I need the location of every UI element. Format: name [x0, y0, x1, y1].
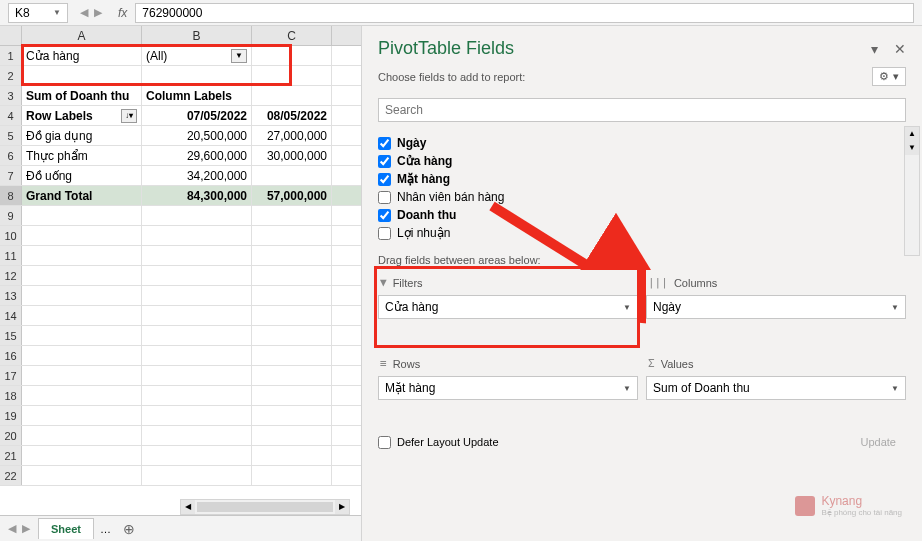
fx-icon[interactable]: fx: [110, 6, 135, 20]
cell[interactable]: Đồ gia dụng: [22, 126, 142, 145]
field-item[interactable]: Ngày: [378, 134, 906, 152]
row-header[interactable]: 21: [0, 446, 22, 465]
cell[interactable]: Row Labels↓▾: [22, 106, 142, 125]
area-field-dropdown[interactable]: Sum of Doanh thu▼: [646, 376, 906, 400]
add-sheet-button[interactable]: ⊕: [117, 521, 141, 537]
close-icon[interactable]: ✕: [894, 41, 906, 57]
row-header[interactable]: 14: [0, 306, 22, 325]
cell[interactable]: 30,000,000: [252, 146, 332, 165]
formula-nav: ◀▶: [72, 6, 110, 19]
row-header[interactable]: 22: [0, 466, 22, 485]
columns-icon: |||: [648, 276, 668, 289]
rows-icon: ≡: [380, 357, 387, 370]
area-filters[interactable]: ▼Filters Cửa hàng▼: [378, 270, 638, 343]
field-checkbox[interactable]: [378, 173, 391, 186]
field-label: Cửa hàng: [397, 154, 452, 168]
area-field-dropdown[interactable]: Ngày▼: [646, 295, 906, 319]
cell[interactable]: 84,300,000: [142, 186, 252, 205]
search-input[interactable]: [378, 98, 906, 122]
area-field-dropdown[interactable]: Mặt hàng▼: [378, 376, 638, 400]
field-scrollbar[interactable]: ▲▼: [904, 126, 920, 256]
filter-dropdown-icon[interactable]: ▼: [231, 49, 247, 63]
field-list: ▲▼ NgàyCửa hàngMặt hàngNhân viên bán hàn…: [362, 126, 922, 250]
cell[interactable]: Column Labels▼: [142, 86, 252, 105]
row-header[interactable]: 17: [0, 366, 22, 385]
cell[interactable]: (All)▼: [142, 46, 252, 65]
cell[interactable]: 29,600,000: [142, 146, 252, 165]
pane-subtitle: Choose fields to add to report:: [378, 71, 525, 83]
column-header[interactable]: A: [22, 26, 142, 45]
area-rows[interactable]: ≡Rows Mặt hàng▼: [378, 351, 638, 424]
pivot-fields-pane: PivotTable Fields ▾ ✕ Choose fields to a…: [362, 26, 922, 541]
filter-dropdown-icon[interactable]: ↓▾: [121, 109, 137, 123]
row-header[interactable]: 8: [0, 186, 22, 205]
cell[interactable]: 08/05/2022: [252, 106, 332, 125]
cell[interactable]: Đồ uống: [22, 166, 142, 185]
update-button: Update: [851, 432, 906, 452]
cell[interactable]: [252, 46, 332, 65]
field-label: Lợi nhuận: [397, 226, 450, 240]
row-header[interactable]: 1: [0, 46, 22, 65]
field-checkbox[interactable]: [378, 209, 391, 222]
gear-button[interactable]: ⚙▾: [872, 67, 906, 86]
cell[interactable]: 20,500,000: [142, 126, 252, 145]
cell[interactable]: Thực phẩm: [22, 146, 142, 165]
field-item[interactable]: Lợi nhuận: [378, 224, 906, 242]
watermark: KynangBệ phóng cho tài năng: [795, 494, 902, 517]
row-header[interactable]: 3: [0, 86, 22, 105]
field-label: Doanh thu: [397, 208, 456, 222]
field-item[interactable]: Mặt hàng: [378, 170, 906, 188]
sheet-tab[interactable]: Sheet: [38, 518, 94, 539]
field-label: Nhân viên bán hàng: [397, 190, 504, 204]
field-item[interactable]: Doanh thu: [378, 206, 906, 224]
field-checkbox[interactable]: [378, 227, 391, 240]
dropdown-icon[interactable]: ▾: [871, 41, 878, 57]
column-header[interactable]: B: [142, 26, 252, 45]
row-header[interactable]: 15: [0, 326, 22, 345]
worksheet[interactable]: A B C 1 Cửa hàng (All)▼ 2 3 Sum of Doanh…: [0, 26, 362, 541]
cell[interactable]: Cửa hàng: [22, 46, 142, 65]
row-header[interactable]: 7: [0, 166, 22, 185]
cell[interactable]: [252, 86, 332, 105]
sheet-nav[interactable]: ◀▶: [0, 522, 38, 535]
row-header[interactable]: 10: [0, 226, 22, 245]
row-header[interactable]: 13: [0, 286, 22, 305]
row-header[interactable]: 4: [0, 106, 22, 125]
cell[interactable]: Grand Total: [22, 186, 142, 205]
row-header[interactable]: 20: [0, 426, 22, 445]
pane-title: PivotTable Fields: [378, 38, 514, 59]
cell[interactable]: Sum of Doanh thu: [22, 86, 142, 105]
sheet-tab-more[interactable]: …: [94, 519, 117, 539]
column-header[interactable]: C: [252, 26, 332, 45]
row-header[interactable]: 5: [0, 126, 22, 145]
field-item[interactable]: Nhân viên bán hàng: [378, 188, 906, 206]
cell[interactable]: 07/05/2022: [142, 106, 252, 125]
row-header[interactable]: 18: [0, 386, 22, 405]
row-header[interactable]: 12: [0, 266, 22, 285]
horizontal-scrollbar[interactable]: ◀▶: [180, 499, 350, 515]
defer-update-checkbox[interactable]: Defer Layout Update: [378, 436, 499, 449]
field-checkbox[interactable]: [378, 155, 391, 168]
row-header[interactable]: 19: [0, 406, 22, 425]
cell[interactable]: 57,000,000: [252, 186, 332, 205]
cell[interactable]: [252, 166, 332, 185]
gear-icon: ⚙: [879, 70, 889, 83]
field-checkbox[interactable]: [378, 191, 391, 204]
row-header[interactable]: 9: [0, 206, 22, 225]
select-all-corner[interactable]: [0, 26, 22, 45]
row-header[interactable]: 11: [0, 246, 22, 265]
drag-label: Drag fields between areas below:: [362, 250, 922, 270]
cell[interactable]: 34,200,000: [142, 166, 252, 185]
area-field-dropdown[interactable]: Cửa hàng▼: [378, 295, 638, 319]
formula-bar[interactable]: 762900000: [135, 3, 914, 23]
area-values[interactable]: ΣValues Sum of Doanh thu▼: [646, 351, 906, 424]
field-checkbox[interactable]: [378, 137, 391, 150]
area-columns[interactable]: |||Columns Ngày▼: [646, 270, 906, 343]
row-header[interactable]: 6: [0, 146, 22, 165]
cell[interactable]: 27,000,000: [252, 126, 332, 145]
row-header[interactable]: 2: [0, 66, 22, 85]
field-item[interactable]: Cửa hàng: [378, 152, 906, 170]
row-header[interactable]: 16: [0, 346, 22, 365]
name-box[interactable]: K8▼: [8, 3, 68, 23]
field-label: Ngày: [397, 136, 426, 150]
